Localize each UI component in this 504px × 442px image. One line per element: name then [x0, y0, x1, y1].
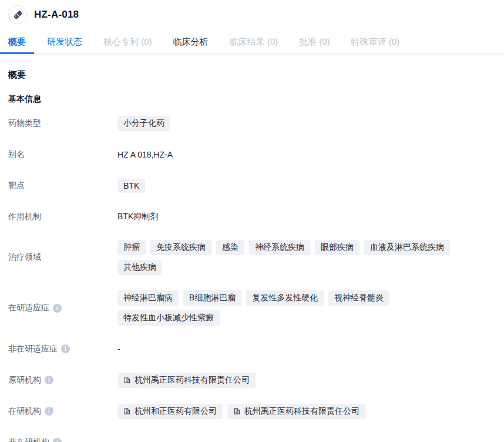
field-row-mechanism: 作用机制BTK抑制剂 — [8, 209, 496, 225]
field-value: - — [117, 344, 120, 354]
field-value: 肿瘤免疫系统疾病感染神经系统疾病眼部疾病血液及淋巴系统疾病其他疾病 — [117, 240, 496, 275]
field-label: 靶点 — [8, 180, 117, 191]
tab-label: 特殊审评 (0) — [351, 36, 400, 46]
info-icon[interactable]: i — [61, 344, 70, 353]
field-label-text: 作用机制 — [8, 212, 41, 222]
field-row-inactive-indications: 非在研适应症i- — [8, 341, 496, 357]
tag-label: 神经系统疾病 — [255, 242, 304, 253]
tag-chip[interactable]: 眼部疾病 — [315, 240, 359, 255]
tab-clinical-results[interactable]: 临床结果 (0) — [221, 29, 287, 53]
tab-label: 研发状态 — [47, 36, 82, 46]
tab-special-review[interactable]: 特殊审评 (0) — [343, 29, 408, 53]
tab-label: 临床分析 — [173, 36, 209, 46]
field-label: 在研适应症i — [8, 303, 117, 313]
field-value: BTK — [117, 179, 145, 193]
tab-core-patents[interactable]: 核心专利 (0) — [95, 29, 160, 53]
field-value: 杭州禹正医药科技有限责任公司 — [117, 373, 256, 388]
tag-label: B细胞淋巴瘤 — [189, 293, 236, 303]
tag-chip[interactable]: BTK — [117, 179, 145, 193]
field-row-target: 靶点BTK — [8, 178, 496, 193]
drug-detail-page: HZ-A-018 概要研发状态核心专利 (0)临床分析临床结果 (0)批准 (0… — [0, 0, 504, 442]
tag-label: 神经淋巴瘤病 — [123, 293, 173, 303]
info-icon[interactable]: i — [53, 438, 62, 442]
tag-label: 感染 — [222, 242, 238, 253]
field-value: 杭州和正医药有限公司杭州禹正医药科技有限责任公司 — [117, 404, 365, 419]
tag-label: 杭州禹正医药科技有限责任公司 — [244, 406, 359, 417]
building-icon — [123, 376, 131, 384]
field-label-text: 在研适应症 — [8, 303, 49, 313]
tag-chip[interactable]: 其他疾病 — [117, 260, 162, 275]
field-row-drug-type: 药物类型小分子化药 — [8, 115, 496, 131]
tag-label: 肿瘤 — [123, 242, 140, 253]
content: 概要 基本信息 药物类型小分子化药别名HZ A 018,HZ-A靶点BTK作用机… — [0, 54, 504, 442]
tag-chip[interactable]: 肿瘤 — [117, 240, 146, 255]
fields: 药物类型小分子化药别名HZ A 018,HZ-A靶点BTK作用机制BTK抑制剂治… — [8, 115, 496, 442]
field-label: 非在研机构i — [8, 437, 117, 442]
subsection-title: 基本信息 — [8, 94, 496, 105]
tab-clinical-analysis[interactable]: 临床分析 — [165, 29, 217, 53]
tab-label: 临床结果 (0) — [230, 36, 278, 46]
field-label-text: 别名 — [8, 149, 25, 160]
building-icon — [123, 407, 131, 415]
field-value-text: - — [117, 438, 120, 442]
section-title: 概要 — [8, 69, 496, 81]
tag-chip[interactable]: 特发性血小板减少性紫癜 — [117, 310, 220, 326]
tag-chip[interactable]: 神经淋巴瘤病 — [117, 290, 179, 306]
tag-chip[interactable]: 免疫系统疾病 — [150, 240, 211, 255]
building-icon — [233, 407, 241, 415]
page-header: HZ-A-018 — [0, 0, 504, 29]
drug-avatar — [8, 5, 27, 24]
tag-chip[interactable]: 小分子化药 — [117, 116, 170, 131]
field-value: - — [117, 438, 120, 442]
tab-label: 概要 — [8, 36, 26, 46]
pill-icon — [12, 9, 23, 21]
field-label-text: 治疗领域 — [8, 252, 41, 263]
org-tag[interactable]: 杭州和正医药有限公司 — [117, 404, 223, 419]
field-row-active-indications: 在研适应症i神经淋巴瘤病B细胞淋巴瘤复发性多发性硬化视神经脊髓炎特发性血小板减少… — [8, 290, 496, 326]
field-value-text: BTK抑制剂 — [117, 212, 158, 222]
tag-label: 小分子化药 — [123, 118, 164, 129]
info-icon[interactable]: i — [53, 304, 62, 313]
field-label-text: 药物类型 — [8, 118, 41, 129]
tab-bar: 概要研发状态核心专利 (0)临床分析临床结果 (0)批准 (0)特殊审评 (0) — [0, 29, 504, 54]
field-label: 药物类型 — [8, 118, 117, 129]
tag-label: 视神经脊髓炎 — [334, 293, 384, 303]
field-value: 神经淋巴瘤病B细胞淋巴瘤复发性多发性硬化视神经脊髓炎特发性血小板减少性紫癜 — [117, 290, 496, 326]
tag-label: 其他疾病 — [123, 262, 156, 273]
field-label: 治疗领域 — [8, 252, 117, 263]
org-tag[interactable]: 杭州禹正医药科技有限责任公司 — [117, 373, 256, 388]
field-label: 原研机构i — [8, 375, 117, 386]
field-value: BTK抑制剂 — [117, 212, 158, 222]
tab-rd-status[interactable]: 研发状态 — [39, 29, 90, 53]
page-title: HZ-A-018 — [34, 9, 79, 21]
info-icon[interactable]: i — [45, 376, 53, 384]
field-row-inactive-orgs: 非在研机构i- — [8, 434, 496, 442]
field-label-text: 靶点 — [8, 180, 25, 191]
field-value: HZ A 018,HZ-A — [117, 150, 173, 159]
field-row-active-orgs: 在研机构i杭州和正医药有限公司杭州禹正医药科技有限责任公司 — [8, 403, 496, 419]
tag-chip[interactable]: 神经系统疾病 — [249, 240, 310, 255]
field-row-originator: 原研机构i杭州禹正医药科技有限责任公司 — [8, 372, 496, 388]
field-row-alias: 别名HZ A 018,HZ-A — [8, 146, 496, 162]
tab-overview[interactable]: 概要 — [0, 29, 34, 53]
tab-approvals[interactable]: 批准 (0) — [291, 29, 338, 53]
info-icon[interactable]: i — [45, 407, 53, 416]
tag-chip[interactable]: 血液及淋巴系统疾病 — [364, 240, 450, 255]
field-label-text: 在研机构 — [8, 406, 41, 417]
tag-label: 免疫系统疾病 — [156, 242, 206, 253]
field-label-text: 原研机构 — [8, 375, 41, 386]
tag-label: 杭州和正医药有限公司 — [135, 406, 217, 417]
tag-label: BTK — [123, 181, 139, 190]
tag-label: 杭州禹正医药科技有限责任公司 — [135, 375, 250, 386]
field-label: 非在研适应症i — [8, 344, 117, 354]
tag-label: 眼部疾病 — [321, 242, 354, 253]
field-value-text: HZ A 018,HZ-A — [117, 150, 173, 159]
field-value-text: - — [117, 344, 120, 354]
tag-chip[interactable]: 感染 — [216, 240, 244, 255]
tag-chip[interactable]: 视神经脊髓炎 — [328, 290, 389, 306]
tag-chip[interactable]: B细胞淋巴瘤 — [183, 290, 241, 306]
field-label-text: 非在研适应症 — [8, 344, 58, 354]
tag-chip[interactable]: 复发性多发性硬化 — [246, 290, 324, 306]
org-tag[interactable]: 杭州禹正医药科技有限责任公司 — [227, 404, 365, 419]
tag-label: 特发性血小板减少性紫癜 — [123, 313, 214, 323]
